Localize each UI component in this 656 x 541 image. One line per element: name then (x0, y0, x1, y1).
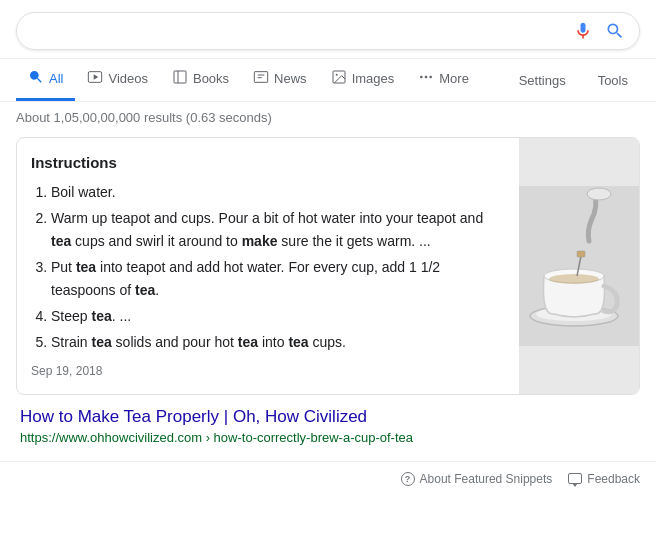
snippet-step-3: Put tea into teapot and add hot water. F… (51, 256, 505, 301)
search-bar: How to make tea (16, 12, 640, 50)
footer: ? About Featured Snippets Feedback (0, 461, 656, 496)
tab-tools[interactable]: Tools (586, 63, 640, 98)
tab-tools-label: Tools (598, 73, 628, 88)
feedback-button[interactable]: Feedback (568, 472, 640, 486)
snippet-title: Instructions (31, 154, 505, 171)
mic-icon[interactable] (573, 21, 593, 41)
result-link: How to Make Tea Properly | Oh, How Civil… (16, 407, 640, 445)
svg-marker-1 (94, 74, 99, 79)
svg-point-11 (430, 76, 433, 79)
tab-more[interactable]: More (406, 59, 481, 101)
images-icon (331, 69, 347, 88)
about-featured-snippets[interactable]: ? About Featured Snippets (401, 472, 553, 486)
svg-rect-2 (174, 71, 186, 83)
snippet-step-5: Strain tea solids and pour hot tea into … (51, 331, 505, 353)
tab-settings[interactable]: Settings (507, 63, 578, 98)
svg-rect-19 (577, 251, 585, 257)
feedback-icon (568, 473, 582, 484)
search-bar-area: How to make tea (0, 0, 656, 59)
tab-all-label: All (49, 71, 63, 86)
snippet-content: Instructions Boil water. Warm up teapot … (17, 138, 519, 394)
tab-books-label: Books (193, 71, 229, 86)
tab-images[interactable]: Images (319, 59, 407, 101)
snippet-image (519, 138, 639, 394)
videos-icon (87, 69, 103, 88)
svg-point-8 (335, 74, 337, 76)
all-icon (28, 69, 44, 88)
result-url: https://www.ohhowcivilized.com › how-to-… (20, 430, 636, 445)
tab-videos[interactable]: Videos (75, 59, 160, 101)
snippet-step-4: Steep tea. ... (51, 305, 505, 327)
snippet-step-2: Warm up teapot and cups. Pour a bit of h… (51, 207, 505, 252)
tab-books[interactable]: Books (160, 59, 241, 101)
tab-settings-label: Settings (519, 73, 566, 88)
tab-more-label: More (439, 71, 469, 86)
svg-point-9 (420, 76, 423, 79)
result-link-title[interactable]: How to Make Tea Properly | Oh, How Civil… (20, 407, 636, 427)
search-icon[interactable] (605, 21, 625, 41)
news-icon (253, 69, 269, 88)
svg-point-10 (425, 76, 428, 79)
books-icon (172, 69, 188, 88)
featured-snippet-card: Instructions Boil water. Warm up teapot … (16, 137, 640, 395)
svg-point-13 (587, 188, 611, 200)
tab-all[interactable]: All (16, 59, 75, 101)
tab-videos-label: Videos (108, 71, 148, 86)
more-icon (418, 69, 434, 88)
nav-settings: Settings Tools (507, 63, 640, 98)
tab-images-label: Images (352, 71, 395, 86)
nav-tabs: All Videos Books News (0, 59, 656, 102)
snippet-date: Sep 19, 2018 (31, 364, 505, 378)
search-input[interactable]: How to make tea (31, 22, 573, 40)
feedback-label: Feedback (587, 472, 640, 486)
results-info: About 1,05,00,00,000 results (0.63 secon… (0, 102, 656, 133)
tab-news[interactable]: News (241, 59, 319, 101)
snippet-steps: Boil water. Warm up teapot and cups. Pou… (31, 181, 505, 354)
svg-point-17 (549, 274, 599, 284)
help-icon: ? (401, 472, 415, 486)
tab-news-label: News (274, 71, 307, 86)
search-icons (573, 21, 625, 41)
snippet-step-1: Boil water. (51, 181, 505, 203)
svg-rect-4 (254, 72, 267, 83)
featured-snippets-label: About Featured Snippets (420, 472, 553, 486)
